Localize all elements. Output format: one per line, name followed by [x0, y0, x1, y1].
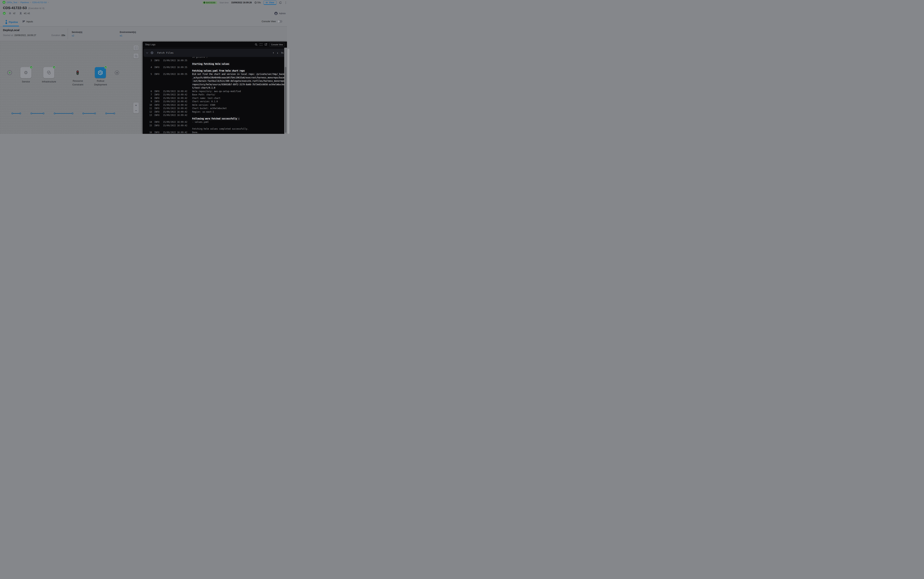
log-line-number [145, 76, 152, 80]
log-message: Done. [192, 131, 199, 134]
rollout-deployment-label: Rollout Deployment [94, 79, 107, 87]
log-line-number [145, 117, 152, 121]
connector-dot [105, 113, 107, 114]
start-node[interactable] [7, 70, 12, 75]
success-check-icon [104, 66, 107, 69]
log-line-number [145, 127, 152, 131]
rollout-deployment-node[interactable] [95, 67, 106, 78]
log-line: Following were fetched successfully : [145, 117, 287, 121]
log-timestamp [163, 62, 189, 66]
chevron-right-icon: › [30, 1, 31, 3]
user-menu[interactable]: Admin [274, 12, 286, 15]
step-row-fetch-files[interactable]: Fetch Files ↑ ↓ 9s [144, 49, 286, 57]
tab-pipeline[interactable]: Pipeline [5, 20, 18, 24]
connector-dot [54, 113, 56, 114]
service-link[interactable]: s2 [72, 34, 82, 37]
expand-fullscreen-icon[interactable] [260, 43, 262, 46]
log-line-number: 11 [145, 107, 152, 110]
connector-line [83, 113, 95, 114]
open-in-new-icon[interactable] [264, 43, 267, 46]
breadcrumb-pipelines[interactable]: Pipelines [20, 1, 29, 3]
log-timestamp: 15/09/2022 16:09:42 [163, 110, 189, 114]
log-message: repository/helm/source/93602db7-89f2-317… [192, 83, 285, 86]
log-message: Fetching values.yaml from helm chart rep… [192, 69, 245, 73]
log-panel-title: Step Logs [145, 43, 155, 46]
log-line: 12 INFO 15/09/2022 16:09:42 Region: us-e… [145, 110, 287, 114]
infrastructure-node[interactable] [43, 67, 54, 78]
cd-module-icon: ∞ [3, 12, 5, 15]
resource-constraint-node[interactable] [77, 70, 79, 75]
tab-inputs[interactable]: Inputs [22, 20, 33, 23]
start-time-label: Start time [220, 2, 229, 4]
log-level [154, 86, 160, 90]
log-message: Base Path: charts/ [192, 93, 215, 96]
fit-screen-icon [135, 47, 137, 49]
status-badge: SUCCESS [202, 1, 217, 4]
log-timestamp: 15/09/2022 16:09:42 [163, 96, 189, 100]
log-timestamp: 15/09/2022 16:09:42 [163, 107, 189, 110]
chevron-down-icon[interactable] [146, 52, 148, 54]
breadcrumb-project[interactable]: CFDs_Test [7, 1, 17, 3]
search-icon[interactable] [255, 43, 258, 46]
log-level: INFO [154, 107, 160, 110]
environment-tag[interactable]: e2, e1 [24, 12, 30, 15]
scroll-up-icon[interactable]: ↑ [273, 51, 274, 54]
page-scrollbar-thumb[interactable] [287, 49, 289, 134]
log-level [154, 69, 160, 73]
log-timestamp: 15/09/2022 16:09:35 [163, 59, 189, 62]
log-level [154, 83, 160, 86]
log-line-number: 8 [145, 96, 152, 100]
connector-dot [113, 113, 115, 114]
log-level: INFO [154, 103, 160, 107]
log-message: Helm version: V380 [192, 103, 215, 107]
log-level: INFO [154, 113, 160, 117]
connector-dot [94, 113, 96, 114]
infrastructure-icon [46, 70, 51, 75]
log-timestamp [163, 117, 189, 121]
connector-line [31, 113, 44, 114]
log-output: in gitInfo ) 3 INFO 15/09/2022 16:09:35 … [143, 57, 287, 134]
marquee-select-button[interactable] [134, 54, 139, 59]
service-tag[interactable]: s2 [13, 12, 16, 15]
log-timestamp [163, 76, 189, 80]
console-view-button[interactable]: Console View [269, 43, 285, 46]
log-level: INFO [154, 131, 160, 134]
log-timestamp: 15/09/2022 16:09:42 [163, 113, 189, 117]
log-line: 7 INFO 15/09/2022 16:09:42 Base Path: ch… [145, 93, 287, 96]
log-level [154, 79, 160, 83]
log-timestamp [163, 79, 189, 83]
fit-to-screen-button[interactable] [134, 46, 139, 50]
gear-icon: ⚙ [24, 70, 28, 75]
log-timestamp: 15/09/2022 16:09:42 [163, 93, 189, 96]
zoom-out-button[interactable]: − [133, 108, 139, 113]
log-level [154, 76, 160, 80]
infrastructure-node-label: Infrastructure [42, 80, 56, 83]
refresh-icon[interactable] [279, 1, 282, 4]
traffic-red-dot [77, 71, 78, 72]
page-title: CDS-41722-S3 [3, 6, 27, 10]
environment-link[interactable]: e1 [120, 34, 136, 37]
log-line: 14 INFO 15/09/2022 16:09:42 - values.yam… [145, 120, 287, 124]
stage-name: DeployLocal [3, 28, 20, 32]
log-line-number [145, 86, 152, 90]
play-icon [9, 72, 11, 74]
log-line-number [145, 79, 152, 83]
breadcrumb-pipeline-name[interactable]: CDS-41722-S3 [32, 1, 47, 3]
log-message: Starting fetching Helm values [192, 62, 230, 66]
pipeline-icon [5, 20, 7, 24]
more-options-icon[interactable]: ⋮ [284, 1, 287, 4]
scroll-down-icon[interactable]: ↓ [277, 51, 278, 54]
step-logs-drawer: Step Logs Console View Fetch Files ↑ ↓ 9… [143, 42, 287, 134]
service-node[interactable]: ⚙ [20, 67, 31, 78]
zoom-in-button[interactable]: + [133, 103, 139, 108]
end-node[interactable] [115, 70, 119, 75]
log-message [192, 124, 193, 128]
connector-dot [20, 113, 21, 114]
log-timestamp: 15/09/2022 16:09:42 [163, 100, 189, 103]
log-line: 9 INFO 15/09/2022 16:09:42 Chart version… [145, 100, 287, 103]
log-line-number: 16 [145, 131, 152, 134]
log-scrollbar-thumb[interactable] [285, 67, 286, 133]
log-line: _achyuth/d605e19b46448ceaacb01fb4c19633a… [145, 76, 287, 80]
console-view-toggle[interactable] [278, 20, 282, 23]
view-button[interactable]: View [263, 0, 276, 5]
